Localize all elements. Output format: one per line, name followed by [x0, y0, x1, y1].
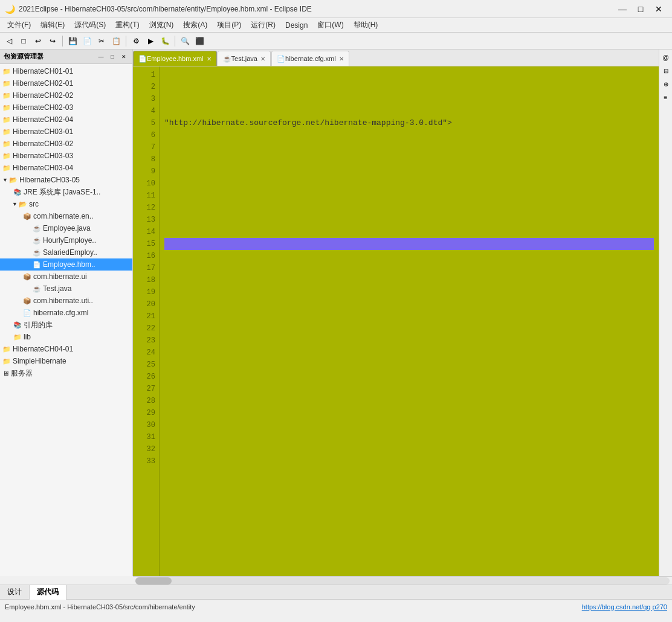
- tree-item[interactable]: 📦com.hibernate.uti..: [0, 295, 132, 307]
- menu-item-P[interactable]: 项目(P): [212, 19, 246, 31]
- editor-tab[interactable]: ☕ Test.java✕: [218, 51, 271, 66]
- tree-item[interactable]: 📁HibernateCH03-01: [0, 126, 132, 138]
- line-number: 31: [137, 431, 155, 443]
- right-icon-2[interactable]: ⊟: [661, 65, 671, 76]
- toolbar-btn-12[interactable]: 🔍: [178, 34, 192, 48]
- tree-item[interactable]: 📁SimpleHibernate: [0, 355, 132, 367]
- tree-item[interactable]: ▼📂src: [0, 198, 132, 210]
- menu-item-T[interactable]: 重构(T): [111, 19, 144, 31]
- tree-item-icon: 📄: [33, 261, 41, 269]
- toolbar-btn-13[interactable]: ⬛: [193, 34, 206, 48]
- sidebar-tree: 📁HibernateCH01-01📁HibernateCH02-01📁Hiber…: [0, 64, 132, 576]
- tree-item[interactable]: ☕Test.java: [0, 283, 132, 295]
- tab-close-button[interactable]: ✕: [260, 56, 265, 62]
- tree-item[interactable]: 🖥服务器: [0, 367, 132, 379]
- right-icon-3[interactable]: ⊕: [661, 79, 671, 89]
- toolbar-btn-6[interactable]: 📄: [80, 34, 94, 48]
- menu-item-H[interactable]: 帮助(H): [349, 19, 383, 31]
- tree-item[interactable]: 📁lib: [0, 331, 132, 343]
- tab-close-button[interactable]: ✕: [207, 56, 212, 62]
- code-editor[interactable]: 1234567891011121314151617181920212223242…: [133, 66, 659, 576]
- tree-item[interactable]: ☕SalariedEmploy..: [0, 246, 132, 258]
- menu-item-S[interactable]: 源代码(S): [69, 19, 111, 31]
- tree-item-label: lib: [24, 333, 31, 341]
- status-link[interactable]: https://blog.csdn.net/qq p270: [582, 603, 667, 611]
- tree-item[interactable]: 📦com.hibernate.en..: [0, 210, 132, 222]
- menu-item-E[interactable]: 编辑(E): [36, 19, 69, 31]
- sidebar: 包资源管理器 — □ ✕ 📁HibernateCH01-01📁Hibernate…: [0, 50, 133, 576]
- line-number: 21: [137, 310, 155, 322]
- tree-item[interactable]: ☕HourlyEmploye..: [0, 234, 132, 246]
- line-number: 25: [137, 359, 155, 371]
- tree-item[interactable]: 📁HibernateCH03-03: [0, 150, 132, 162]
- menu-item-N[interactable]: 浏览(N): [144, 19, 179, 31]
- menubar: 文件(F)编辑(E)源代码(S)重构(T)浏览(N)搜索(A)项目(P)运行(R…: [0, 18, 672, 33]
- menu-item-Design[interactable]: Design: [280, 20, 312, 31]
- menu-item-A[interactable]: 搜索(A): [178, 19, 212, 31]
- menu-item-W[interactable]: 窗口(W): [312, 19, 348, 31]
- minimize-button[interactable]: —: [614, 2, 631, 16]
- tree-item-icon: 📁: [2, 152, 11, 160]
- right-icon-4[interactable]: ≡: [661, 92, 671, 103]
- tree-item-icon: 📁: [2, 68, 11, 75]
- maximize-button[interactable]: □: [632, 2, 649, 16]
- toolbar-btn-3[interactable]: ↩: [31, 34, 45, 48]
- tree-item-label: Employee.java: [43, 224, 91, 232]
- tree-item[interactable]: 📚引用的库: [0, 319, 132, 331]
- code-line: [164, 383, 654, 395]
- tree-item[interactable]: 📁HibernateCH02-04: [0, 114, 132, 126]
- tree-item[interactable]: 📁HibernateCH02-01: [0, 77, 132, 89]
- line-number: 9: [137, 165, 155, 178]
- toolbar-btn-1[interactable]: ◁: [2, 34, 16, 48]
- toolbar-btn-2[interactable]: □: [17, 34, 30, 48]
- line-number: 30: [137, 419, 155, 431]
- code-line: [164, 347, 654, 359]
- tree-item[interactable]: 📁HibernateCH03-04: [0, 162, 132, 174]
- editor-tab[interactable]: 📄 hibernate.cfg.xml✕: [271, 51, 349, 66]
- tree-item[interactable]: 📦com.hibernate.ui: [0, 271, 132, 283]
- toolbar-sep-1: [62, 36, 63, 46]
- tree-item-icon: 📁: [2, 116, 11, 124]
- line-number: 12: [137, 202, 155, 214]
- code-line: [164, 443, 654, 455]
- tree-item-icon: 📁: [2, 357, 11, 365]
- editor-tab[interactable]: 📄 Employee.hbm.xml✕: [133, 51, 217, 66]
- tree-item[interactable]: ▼📂HibernateCH03-05: [0, 174, 132, 186]
- tree-item-icon: 📄: [23, 309, 31, 317]
- tree-item[interactable]: 📁HibernateCH02-03: [0, 101, 132, 114]
- code-line: [164, 371, 654, 383]
- close-button[interactable]: ✕: [650, 2, 667, 16]
- tree-item[interactable]: ☕Employee.java: [0, 222, 132, 234]
- tree-item[interactable]: 📁HibernateCH03-02: [0, 138, 132, 150]
- right-icon-1[interactable]: @: [661, 52, 671, 63]
- toolbar-btn-8[interactable]: 📋: [109, 34, 123, 48]
- tree-item[interactable]: 📁HibernateCH04-01: [0, 343, 132, 355]
- tree-item[interactable]: 📚JRE 系统库 [JavaSE-1..: [0, 186, 132, 198]
- tree-item-icon: 📦: [23, 213, 31, 220]
- tab-close-button[interactable]: ✕: [339, 56, 344, 62]
- toolbar-btn-4[interactable]: ↪: [46, 34, 59, 48]
- toolbar-btn-5[interactable]: 💾: [66, 34, 79, 48]
- code-content[interactable]: "http://hibernate.sourceforge.net/hibern…: [160, 66, 659, 576]
- tree-item[interactable]: 📄hibernate.cfg.xml: [0, 307, 132, 319]
- tree-item[interactable]: 📁HibernateCH01-01: [0, 65, 132, 77]
- bottom-tab[interactable]: 源代码: [30, 585, 66, 600]
- toolbar-btn-9[interactable]: ⚙: [129, 34, 143, 48]
- toolbar-btn-7[interactable]: ✂: [95, 34, 108, 48]
- code-line: [164, 335, 654, 347]
- tree-item[interactable]: 📄Employee.hbm..: [0, 258, 132, 271]
- menu-item-R[interactable]: 运行(R): [246, 19, 280, 31]
- tree-item[interactable]: 📁HibernateCH02-02: [0, 89, 132, 101]
- bottom-tab[interactable]: 设计: [0, 585, 30, 600]
- sidebar-close[interactable]: ✕: [119, 52, 129, 62]
- menu-item-F[interactable]: 文件(F): [2, 19, 36, 31]
- line-number: 4: [137, 105, 155, 117]
- tree-item-icon: 📁: [2, 92, 11, 100]
- hscroll-bar[interactable]: [133, 576, 672, 585]
- line-number: 1: [137, 69, 155, 81]
- toolbar-btn-10[interactable]: ▶: [144, 34, 157, 48]
- line-number: 2: [137, 81, 155, 93]
- sidebar-maximize[interactable]: □: [108, 52, 117, 62]
- sidebar-minimize[interactable]: —: [96, 52, 106, 62]
- toolbar-btn-11[interactable]: 🐛: [158, 34, 172, 48]
